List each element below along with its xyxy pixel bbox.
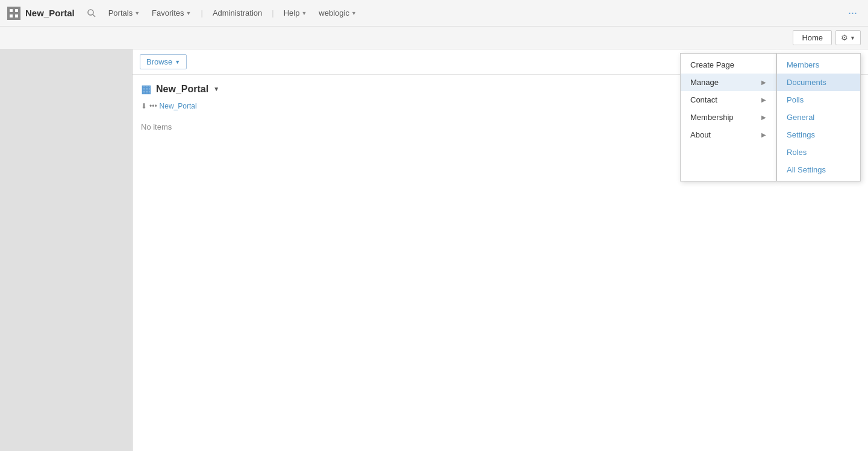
general-item[interactable]: General <box>777 109 860 126</box>
administration-menu[interactable]: Administration <box>208 6 267 20</box>
sidebar <box>0 49 133 451</box>
create-page-label: Create Page <box>690 60 734 69</box>
documents-item[interactable]: Documents <box>777 74 860 91</box>
user-chevron-icon: ▼ <box>351 10 357 16</box>
help-menu[interactable]: Help ▼ <box>279 6 312 20</box>
manage-item[interactable]: Manage ▶ <box>681 74 776 91</box>
breadcrumb-link[interactable]: New_Portal <box>160 102 197 110</box>
gear-button[interactable]: ⚙ ▼ <box>835 30 861 45</box>
secondary-dropdown-menu: Members Documents Polls General Settings… <box>776 53 861 181</box>
gear-menu-wrapper: ⚙ ▼ Create Page Manage ▶ Contact ▶ Membe… <box>835 30 861 45</box>
create-page-item[interactable]: Create Page <box>681 56 776 74</box>
gear-dropdown: Create Page Manage ▶ Contact ▶ Membershi… <box>680 53 861 181</box>
topbar: Home ⚙ ▼ Create Page Manage ▶ Contact ▶ <box>0 27 868 49</box>
breadcrumb-down-icon: ⬇ <box>141 102 147 110</box>
portals-chevron-icon: ▼ <box>134 10 140 16</box>
no-items-label: No items <box>141 122 172 131</box>
browse-button[interactable]: Browse ▼ <box>140 54 187 69</box>
home-button[interactable]: Home <box>793 30 832 45</box>
all-settings-label: All Settings <box>787 165 826 174</box>
about-arrow-icon: ▶ <box>761 131 766 138</box>
nav-separator-2: | <box>272 8 273 17</box>
portal-name: New_Portal <box>156 84 208 95</box>
portal-logo-icon <box>7 7 20 20</box>
about-item[interactable]: About ▶ <box>681 126 776 144</box>
gear-chevron-icon: ▼ <box>850 35 855 41</box>
portal-title-chevron-icon[interactable]: ▼ <box>213 86 219 92</box>
portals-menu[interactable]: Portals ▼ <box>104 6 145 20</box>
primary-dropdown-menu: Create Page Manage ▶ Contact ▶ Membershi… <box>680 53 776 181</box>
favorites-label: Favorites <box>152 8 184 17</box>
search-button[interactable] <box>87 8 96 18</box>
browse-label: Browse <box>146 57 172 66</box>
members-label: Members <box>787 60 819 69</box>
portal-title-icon: ▦ <box>141 83 151 96</box>
navbar: New_Portal Portals ▼ Favorites ▼ | Admin… <box>0 0 868 27</box>
manage-arrow-icon: ▶ <box>761 79 766 86</box>
nav-separator: | <box>201 8 202 17</box>
favorites-menu[interactable]: Favorites ▼ <box>147 6 196 20</box>
settings-item[interactable]: Settings <box>777 126 860 144</box>
svg-point-4 <box>88 10 93 15</box>
contact-item[interactable]: Contact ▶ <box>681 91 776 109</box>
manage-label: Manage <box>690 78 719 87</box>
settings-label: Settings <box>787 130 815 139</box>
user-menu[interactable]: weblogic ▼ <box>314 6 361 20</box>
svg-line-5 <box>93 14 95 17</box>
roles-item[interactable]: Roles <box>777 144 860 161</box>
favorites-chevron-icon: ▼ <box>186 10 192 16</box>
about-label: About <box>690 130 711 139</box>
breadcrumb-dots: ••• <box>149 102 157 110</box>
help-chevron-icon: ▼ <box>301 10 307 16</box>
administration-label: Administration <box>213 8 262 17</box>
browse-chevron-icon: ▼ <box>175 59 180 65</box>
gear-icon: ⚙ <box>841 33 848 42</box>
svg-rect-1 <box>15 9 18 12</box>
main-nav: Portals ▼ Favorites ▼ | Administration |… <box>104 6 845 20</box>
svg-rect-0 <box>10 9 13 12</box>
portal-logo[interactable]: New_Portal <box>7 7 75 20</box>
more-options-button[interactable]: ··· <box>845 4 861 22</box>
portal-title: ▦ New_Portal ▼ <box>141 83 219 96</box>
general-label: General <box>787 113 814 122</box>
contact-arrow-icon: ▶ <box>761 96 766 103</box>
membership-item[interactable]: Membership ▶ <box>681 109 776 126</box>
contact-label: Contact <box>690 95 717 104</box>
membership-arrow-icon: ▶ <box>761 114 766 121</box>
portals-label: Portals <box>108 8 133 17</box>
portal-name-label: New_Portal <box>25 8 75 18</box>
help-label: Help <box>284 8 300 17</box>
svg-rect-2 <box>10 14 13 17</box>
membership-label: Membership <box>690 113 734 122</box>
polls-item[interactable]: Polls <box>777 91 860 109</box>
polls-label: Polls <box>787 95 804 104</box>
user-label: weblogic <box>319 8 349 17</box>
documents-label: Documents <box>787 78 826 87</box>
all-settings-item[interactable]: All Settings <box>777 161 860 178</box>
members-item[interactable]: Members <box>777 56 860 74</box>
roles-label: Roles <box>787 148 807 157</box>
dots-icon: ··· <box>848 7 857 19</box>
svg-rect-3 <box>15 14 18 17</box>
